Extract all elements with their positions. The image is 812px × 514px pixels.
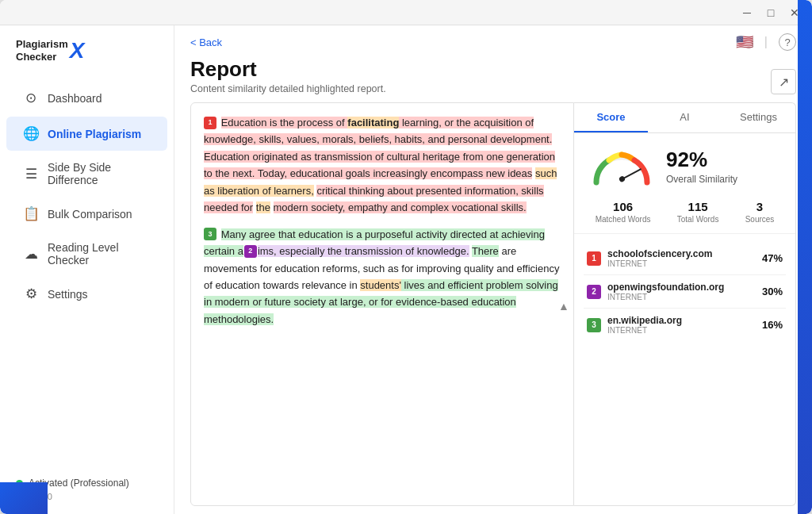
gauge	[590, 146, 653, 186]
status-label: Activated (Professional)	[29, 478, 129, 489]
help-button[interactable]: ?	[779, 33, 796, 51]
stat-sources: 3 Sources	[745, 200, 775, 224]
score-panel: Score AI Settings	[574, 102, 796, 506]
score-info: 92% Overall Similarity	[666, 148, 737, 185]
logo-x: X	[70, 38, 85, 63]
sources-value: 3	[745, 200, 775, 213]
sidebar-item-label: Bulk Comparison	[48, 208, 132, 221]
source-badge-2: 2	[244, 245, 257, 258]
highlighted-text: There	[472, 245, 499, 257]
side-by-side-icon: ☰	[22, 166, 40, 182]
matched-words-label: Matched Words	[596, 215, 651, 224]
source-badge-3: 3	[587, 318, 601, 332]
back-button[interactable]: < Back	[190, 36, 222, 48]
scroll-up-arrow[interactable]: ▲	[554, 297, 573, 316]
sidebar-item-bulk-comparison[interactable]: 📋 Bulk Comparison	[6, 197, 167, 231]
main-layout: PlagiarismChecker X ⊙ Dashboard 🌐 Online…	[0, 25, 812, 514]
source-name-1: schoolofsciencery.com	[607, 248, 756, 259]
nav-items: ⊙ Dashboard 🌐 Online Plagiarism ☰ Side B…	[0, 79, 174, 468]
document-panel: ▲ ▼ 1 Education is the process of facili…	[190, 102, 574, 506]
activation-status: Activated (Professional)	[0, 468, 174, 492]
content-topbar: < Back 🇺🇸 | ?	[174, 25, 812, 51]
stat-total-words: 115 Total Words	[677, 200, 719, 224]
score-percentage: 92%	[666, 148, 737, 172]
report-header: Report Content similarity detailed highl…	[174, 51, 812, 102]
sidebar-item-label: Dashboard	[48, 92, 102, 105]
source-info-3: en.wikipedia.org INTERNET	[607, 315, 756, 335]
source-item-2[interactable]: 2 openwingsfoundation.org INTERNET 30%	[584, 275, 786, 309]
stats-row: 106 Matched Words 115 Total Words 3 Sour…	[574, 194, 795, 234]
source-name-2: openwingsfoundation.org	[607, 282, 756, 293]
flag-icon[interactable]: 🇺🇸	[736, 33, 753, 51]
logo: PlagiarismChecker X	[16, 38, 84, 63]
highlighted-text: modern society, empathy and complex voca…	[274, 201, 527, 213]
highlighted-text: the	[256, 201, 270, 213]
sidebar-item-settings[interactable]: ⚙ Settings	[6, 277, 167, 311]
highlighted-text: Education is the process of	[221, 117, 348, 128]
sidebar-item-label: Settings	[48, 288, 88, 301]
source-pct-3: 16%	[762, 319, 783, 331]
status-dot	[16, 480, 23, 487]
matched-words-value: 106	[596, 200, 651, 213]
logo-text: PlagiarismChecker	[16, 38, 68, 63]
close-button[interactable]: ✕	[783, 2, 806, 24]
source-type-1: INTERNET	[607, 259, 756, 268]
source-list: 1 schoolofsciencery.com INTERNET 47% 2 o…	[574, 234, 795, 349]
total-words-value: 115	[677, 200, 719, 213]
source-badge-3: 3	[204, 228, 216, 240]
document-text[interactable]: 1 Education is the process of facilitati…	[191, 103, 573, 505]
topbar-icons: 🇺🇸 | ?	[736, 33, 796, 51]
source-item-3[interactable]: 3 en.wikipedia.org INTERNET 16%	[584, 309, 786, 341]
bulk-icon: 📋	[22, 205, 40, 222]
source-name-3: en.wikipedia.org	[607, 315, 756, 326]
report-title: Report	[190, 57, 386, 82]
paragraph-1: 1 Education is the process of facilitati…	[204, 114, 561, 217]
sidebar: PlagiarismChecker X ⊙ Dashboard 🌐 Online…	[0, 25, 174, 514]
maximize-button[interactable]: □	[760, 2, 782, 24]
total-words-label: Total Words	[677, 215, 719, 224]
source-info-2: openwingsfoundation.org INTERNET	[607, 282, 756, 301]
highlighted-text: ims, especially the transmission of know…	[258, 245, 469, 257]
sidebar-item-reading-level[interactable]: ☁ Reading Level Checker	[6, 232, 167, 275]
stat-matched-words: 106 Matched Words	[596, 200, 651, 224]
cloud-icon: ☁	[22, 246, 40, 263]
source-type-3: INTERNET	[607, 326, 756, 335]
app-window: ─ □ ✕ PlagiarismChecker X ⊙ Dashboard	[0, 0, 812, 514]
separator: |	[764, 35, 768, 49]
gauge-section: 92% Overall Similarity	[574, 133, 795, 194]
source-badge-1: 1	[204, 117, 216, 129]
source-badge-1: 1	[587, 251, 601, 266]
content-area: < Back 🇺🇸 | ? Report Content similarity …	[174, 25, 812, 514]
tab-settings[interactable]: Settings	[722, 103, 795, 132]
panels: ▲ ▼ 1 Education is the process of facili…	[174, 102, 812, 514]
sources-label: Sources	[745, 215, 775, 224]
sidebar-item-side-by-side[interactable]: ☰ Side By Side Difference	[6, 152, 167, 195]
source-pct-1: 47%	[762, 252, 783, 264]
tab-score[interactable]: Score	[574, 103, 648, 132]
settings-icon: ⚙	[22, 286, 40, 302]
tab-ai[interactable]: AI	[648, 103, 722, 132]
minimize-button[interactable]: ─	[736, 2, 758, 24]
sidebar-item-online-plagiarism[interactable]: 🌐 Online Plagiarism	[6, 117, 167, 151]
version-label: v9.0.0	[0, 492, 174, 501]
source-item-1[interactable]: 1 schoolofsciencery.com INTERNET 47%	[584, 242, 786, 275]
sidebar-item-label: Online Plagiarism	[48, 128, 141, 140]
score-tabs: Score AI Settings	[574, 103, 795, 133]
logo-area: PlagiarismChecker X	[0, 25, 174, 79]
globe-icon: 🌐	[22, 125, 40, 142]
sidebar-item-label: Reading Level Checker	[48, 241, 151, 267]
dashboard-icon: ⊙	[22, 90, 40, 106]
sidebar-item-label: Side By Side Difference	[48, 161, 151, 186]
sidebar-item-dashboard[interactable]: ⊙ Dashboard	[6, 81, 167, 115]
source-info-1: schoolofsciencery.com INTERNET	[607, 248, 756, 268]
highlighted-text: facilitating	[347, 117, 399, 128]
titlebar: ─ □ ✕	[0, 0, 812, 25]
paragraph-2: 3 Many agree that education is a purpose…	[204, 226, 561, 328]
report-subtitle: Content similarity detailed highlighted …	[190, 83, 386, 94]
highlighted-text: students'	[360, 279, 401, 291]
source-pct-2: 30%	[762, 286, 783, 297]
source-type-2: INTERNET	[607, 293, 756, 301]
export-button[interactable]: ↗	[771, 69, 796, 94]
score-overall-label: Overall Similarity	[666, 174, 737, 185]
source-badge-2: 2	[587, 285, 601, 299]
